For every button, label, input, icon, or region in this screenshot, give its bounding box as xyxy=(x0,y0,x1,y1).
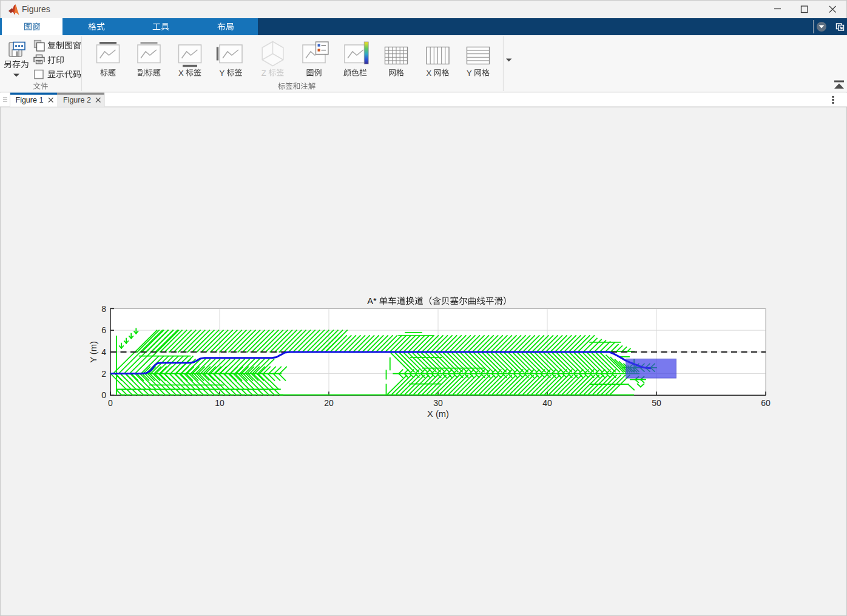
svg-text:A*: A* xyxy=(367,296,379,306)
svg-text:40: 40 xyxy=(542,398,552,408)
svg-text:0: 0 xyxy=(101,390,106,400)
svg-text:30: 30 xyxy=(433,398,443,408)
svg-text:Figures: Figures xyxy=(22,4,50,14)
svg-text:Z: Z xyxy=(262,69,269,78)
svg-text:20: 20 xyxy=(324,398,334,408)
svg-text:X (m): X (m) xyxy=(427,409,449,419)
svg-text:Figure 2: Figure 2 xyxy=(63,96,91,104)
svg-text:2: 2 xyxy=(101,369,106,379)
svg-text:Y: Y xyxy=(219,69,226,78)
svg-text:8: 8 xyxy=(101,304,106,314)
svg-text:6: 6 xyxy=(101,325,106,335)
svg-text:X: X xyxy=(178,69,186,78)
svg-text:50: 50 xyxy=(652,398,661,408)
svg-text:Y: Y xyxy=(467,69,474,78)
svg-text:Figure 1: Figure 1 xyxy=(16,96,44,104)
svg-text:Y (m): Y (m) xyxy=(89,341,98,363)
svg-text:60: 60 xyxy=(761,398,771,408)
svg-text:X: X xyxy=(426,69,433,78)
svg-text:0: 0 xyxy=(108,398,113,408)
svg-text:4: 4 xyxy=(101,347,106,357)
svg-text:10: 10 xyxy=(215,398,224,408)
